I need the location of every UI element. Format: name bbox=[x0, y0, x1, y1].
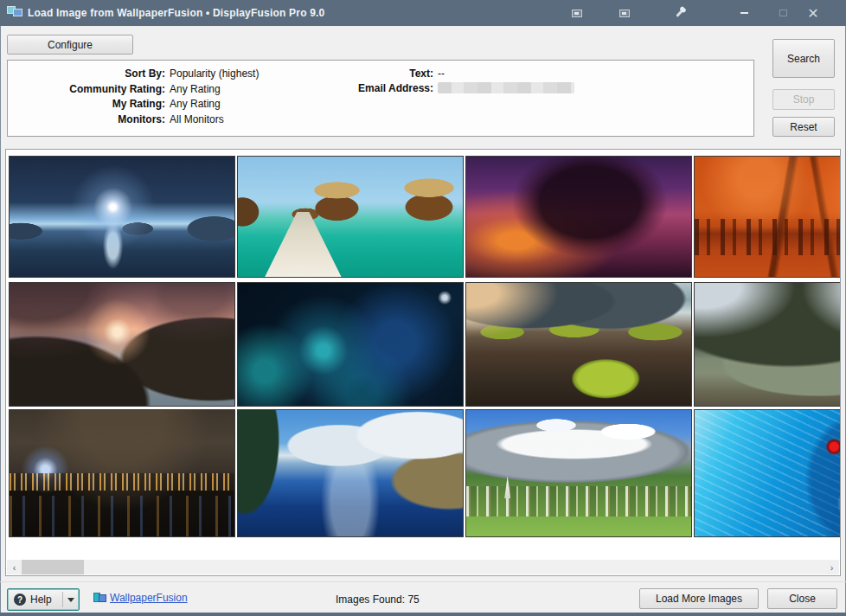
wallpaper-thumbnail[interactable] bbox=[694, 409, 841, 537]
wallpaper-thumbnail[interactable] bbox=[237, 156, 464, 278]
wallpaper-thumbnail[interactable] bbox=[9, 282, 235, 407]
help-button-label: Help bbox=[30, 594, 52, 606]
scrollbar-thumb[interactable] bbox=[22, 560, 84, 574]
displayfusion-app-icon bbox=[7, 6, 22, 19]
horizontal-scrollbar[interactable]: ‹ › bbox=[7, 560, 839, 574]
move-to-monitor-icon[interactable] bbox=[566, 4, 588, 22]
reset-button[interactable]: Reset bbox=[772, 117, 835, 137]
wallpaper-thumbnail[interactable] bbox=[237, 282, 464, 407]
monitors-label: Monitors: bbox=[16, 113, 165, 125]
my-rating-value: Any Rating bbox=[170, 98, 221, 110]
sort-by-label: Sort By: bbox=[16, 67, 165, 80]
window-title: Load Image from WallpaperFusion • Displa… bbox=[28, 0, 324, 26]
wallpaperfusion-icon bbox=[93, 592, 106, 604]
window-bottom-border bbox=[0, 613, 846, 616]
wallpaper-thumbnail[interactable] bbox=[694, 156, 841, 278]
images-found-status: Images Found: 75 bbox=[336, 594, 420, 606]
span-monitors-icon[interactable] bbox=[613, 4, 636, 22]
load-more-images-button[interactable]: Load More Images bbox=[639, 588, 759, 609]
footer-bar: ? Help WallpaperFusion Images Found: 75 … bbox=[0, 581, 846, 613]
sort-by-value: Popularity (highest) bbox=[170, 67, 259, 80]
wallpaper-thumbnail[interactable] bbox=[694, 282, 841, 407]
stop-button: Stop bbox=[772, 89, 835, 110]
scroll-right-icon[interactable]: › bbox=[824, 560, 839, 574]
wallpaper-thumbnail[interactable] bbox=[465, 409, 692, 537]
wallpaperfusion-link-label[interactable]: WallpaperFusion bbox=[110, 592, 188, 604]
minimize-button[interactable] bbox=[733, 4, 755, 22]
community-rating-label: Community Rating: bbox=[16, 83, 165, 95]
configure-button[interactable]: Configure bbox=[7, 35, 133, 55]
maximize-button[interactable] bbox=[772, 4, 794, 22]
close-window-button[interactable]: ✕ bbox=[802, 4, 824, 22]
wallpaper-gallery: ‹ › bbox=[5, 149, 841, 576]
wallpaper-thumbnail[interactable] bbox=[9, 156, 235, 278]
text-filter-label: Text: bbox=[264, 67, 433, 80]
text-filter-value: -- bbox=[438, 67, 445, 80]
email-address-value-redacted bbox=[438, 82, 574, 93]
wallpaper-thumbnail[interactable] bbox=[465, 282, 692, 407]
community-rating-value: Any Rating bbox=[170, 83, 221, 95]
my-rating-label: My Rating: bbox=[16, 98, 165, 110]
scroll-left-icon[interactable]: ‹ bbox=[7, 560, 22, 574]
help-button[interactable]: ? Help bbox=[7, 588, 80, 611]
wallpaper-thumbnail[interactable] bbox=[465, 156, 692, 278]
filter-summary-panel: Sort By:Popularity (highest) Community R… bbox=[7, 60, 754, 137]
help-separator bbox=[62, 592, 63, 607]
wallpaper-thumbnail[interactable] bbox=[9, 409, 235, 537]
close-button[interactable]: Close bbox=[767, 588, 837, 609]
email-address-label: Email Address: bbox=[264, 82, 433, 94]
help-dropdown-icon[interactable] bbox=[67, 598, 74, 602]
search-button[interactable]: Search bbox=[772, 39, 835, 78]
monitors-value: All Monitors bbox=[170, 113, 224, 125]
help-icon: ? bbox=[14, 594, 26, 606]
wallpaperfusion-link[interactable]: WallpaperFusion bbox=[93, 592, 188, 604]
pin-window-icon[interactable] bbox=[668, 4, 690, 22]
titlebar: Load Image from WallpaperFusion • Displa… bbox=[0, 0, 846, 26]
load-image-dialog: Load Image from WallpaperFusion • Displa… bbox=[0, 0, 846, 616]
wallpaper-thumbnail[interactable] bbox=[237, 409, 464, 537]
